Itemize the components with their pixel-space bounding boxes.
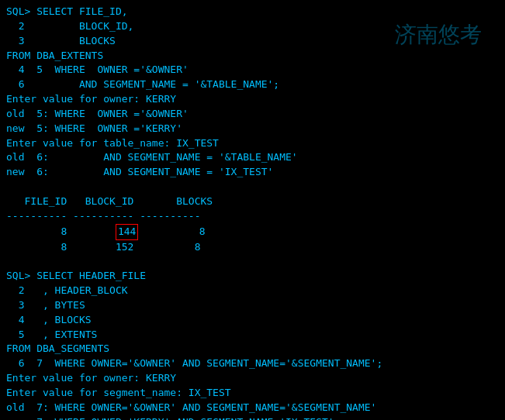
terminal-line: old 5: WHERE OWNER ='&OWNER' <box>6 108 189 119</box>
terminal-line: 2 BLOCK_ID, <box>6 20 133 32</box>
terminal-line: SQL> SELECT FILE_ID, <box>6 5 128 17</box>
terminal-line: 8 144 8 <box>6 225 205 237</box>
terminal-line: 4 5 WHERE OWNER ='&OWNER' <box>6 64 189 75</box>
terminal-line: 2 , HEADER_BLOCK <box>6 284 128 296</box>
terminal-line: FROM DBA_SEGMENTS <box>6 343 109 354</box>
separator-line: ---------- ---------- ---------- <box>6 210 200 222</box>
terminal-line: SQL> SELECT HEADER_FILE <box>6 270 146 281</box>
terminal-line: old 7: WHERE OWNER='&OWNER' AND SEGMENT_… <box>6 401 376 413</box>
highlighted-value: 144 <box>116 224 138 240</box>
terminal-line: 3 , BYTES <box>6 299 85 311</box>
terminal-line: FROM DBA_EXTENTS <box>6 50 103 61</box>
column-header: FILE_ID BLOCK_ID BLOCKS <box>6 195 213 207</box>
terminal-line: 6 AND SEGMENT_NAME = '&TABLE_NAME'; <box>6 78 279 90</box>
terminal-line: 6 7 WHERE OWNER='&OWNER' AND SEGMENT_NAM… <box>6 357 382 369</box>
terminal-line: Enter value for owner: KERRY <box>6 93 176 105</box>
terminal-line: 4 , BLOCKS <box>6 314 92 325</box>
terminal-line: new 5: WHERE OWNER ='KERRY' <box>6 122 182 134</box>
terminal-line: 3 BLOCKS <box>6 35 116 46</box>
terminal-output: SQL> SELECT FILE_ID, 2 BLOCK_ID, 3 BLOCK… <box>6 5 499 420</box>
terminal-line: Enter value for table_name: IX_TEST <box>6 137 219 149</box>
terminal-line: new 7: WHERE OWNER='KERRY' AND SEGMENT_N… <box>6 416 334 420</box>
terminal-line: old 6: AND SEGMENT_NAME = '&TABLE_NAME' <box>6 151 298 163</box>
terminal-line: Enter value for owner: KERRY <box>6 372 176 384</box>
terminal-container: 济南悠考 SQL> SELECT FILE_ID, 2 BLOCK_ID, 3 … <box>6 5 499 420</box>
terminal-line: 8 152 8 <box>6 241 200 253</box>
terminal-line: 5 , EXTENTS <box>6 329 97 340</box>
terminal-line: Enter value for segment_name: IX_TEST <box>6 387 231 398</box>
terminal-line: new 6: AND SEGMENT_NAME = 'IX_TEST' <box>6 166 273 177</box>
